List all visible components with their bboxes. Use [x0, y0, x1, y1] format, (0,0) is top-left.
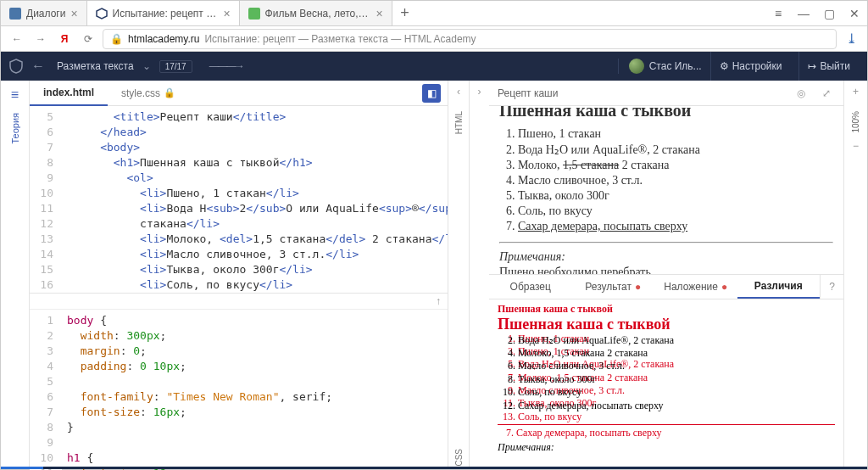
- editor-tabs: index.html style.css🔒 ◧: [30, 81, 448, 106]
- tab-label: Испытание: рецепт — Разме: [113, 8, 219, 20]
- notes-header: Примечания:: [499, 250, 833, 264]
- tab-index-html[interactable]: index.html: [30, 81, 108, 106]
- avatar: [629, 59, 644, 74]
- minimize-button[interactable]: —: [791, 1, 816, 25]
- list-item: Масло сливочное, 3 ст.л.: [518, 174, 833, 187]
- url-host: htmlacademy.ru: [128, 33, 199, 45]
- collapse-icon[interactable]: ↑: [436, 295, 441, 307]
- expand-icon[interactable]: ⤢: [818, 87, 835, 99]
- browser-tab[interactable]: Фильм Весна, лето, осень, зи ×: [240, 1, 392, 25]
- new-tab-button[interactable]: +: [392, 1, 418, 25]
- logout-icon: ↦: [808, 60, 816, 72]
- shield-icon: [9, 59, 23, 74]
- svg-rect-2: [248, 8, 260, 20]
- result-tabs: Образец Результат● Наложение● Различия ?: [489, 274, 843, 299]
- arrow-right-icon[interactable]: ›: [478, 86, 481, 98]
- list-item: Пшено, 1 стакан: [518, 127, 833, 141]
- minus-icon[interactable]: −: [853, 140, 859, 152]
- username: Стас Иль...: [649, 60, 702, 72]
- gear-icon: ⚙: [720, 60, 729, 72]
- recipe-list: Пшено, 1 стаканВода H₂O или AquaLife®, 2…: [499, 127, 833, 233]
- preview-title-field[interactable]: [498, 84, 784, 103]
- close-icon[interactable]: ×: [223, 7, 230, 20]
- help-button[interactable]: ?: [820, 275, 843, 299]
- list-item: Сахар демерара, посыпать сверху: [518, 220, 833, 233]
- tab-style-css[interactable]: style.css🔒: [108, 81, 189, 106]
- nav-prev-icon[interactable]: ←: [31, 59, 45, 74]
- right-rail: + 100% −: [843, 81, 867, 467]
- htmlacademy-icon: [96, 8, 108, 20]
- preview-rail: ›: [469, 81, 489, 467]
- browser-tab[interactable]: Испытание: рецепт — Разме ×: [87, 1, 240, 25]
- list-item: Соль, по вкусу: [518, 204, 833, 218]
- app-toolbar: ← Разметка текста ⌄ 17/17 ———→ Стас Иль.…: [1, 52, 867, 81]
- lock-icon: 🔒: [164, 87, 175, 98]
- menu-icon[interactable]: ≡: [11, 87, 19, 103]
- target-icon[interactable]: ◎: [793, 87, 810, 99]
- progress-badge: 17/17: [159, 60, 192, 73]
- close-icon[interactable]: ×: [70, 7, 77, 20]
- svg-rect-0: [9, 8, 21, 20]
- nav-forward-button[interactable]: →: [31, 30, 50, 48]
- preview-header: ◎ ⤢: [489, 81, 843, 106]
- list-item: Молоко, 1,5 стакана 2 стакана: [518, 159, 833, 172]
- course-title[interactable]: Разметка текста: [57, 60, 134, 72]
- close-icon[interactable]: ×: [376, 7, 382, 20]
- preview-pane: Пшенная каша с тыквой Пшено, 1 стаканВод…: [489, 106, 843, 274]
- browser-tabbar: Диалоги × Испытание: рецепт — Разме × Фи…: [1, 1, 867, 26]
- yandex-button[interactable]: Я: [55, 30, 74, 48]
- css-editor[interactable]: 12345678910111213 body { width: 300px; m…: [30, 310, 448, 470]
- window-close-button[interactable]: ✕: [842, 1, 867, 25]
- layout-toggle-button[interactable]: ◧: [422, 84, 441, 103]
- maximize-button[interactable]: ▢: [816, 1, 842, 25]
- url-rest: Испытание: рецепт — Разметка текста — HT…: [204, 33, 476, 45]
- nav-back-button[interactable]: ←: [8, 30, 26, 48]
- list-item: Вода H₂O или AquaLife®, 2 стакана: [518, 143, 833, 157]
- tab-label: Диалоги: [26, 8, 65, 20]
- tab-overlay[interactable]: Наложение●: [654, 275, 737, 299]
- kinopoisk-icon: [248, 8, 260, 20]
- gutter: 12345678910111213: [30, 310, 62, 470]
- os-taskbar: [1, 467, 867, 469]
- tab-sample[interactable]: Образец: [489, 275, 572, 299]
- tab-diff[interactable]: Различия: [737, 275, 821, 299]
- tab-label: Фильм Весна, лето, осень, зи: [265, 8, 371, 20]
- arrow-left-icon[interactable]: ‹: [457, 86, 460, 98]
- plus-icon[interactable]: +: [853, 86, 859, 98]
- address-bar: ← → Я ⟳ 🔒 htmlacademy.ru Испытание: реце…: [1, 26, 867, 52]
- code-body[interactable]: <title>Рецепт каши</title> </head> <body…: [62, 106, 448, 293]
- browser-tab[interactable]: Диалоги ×: [1, 1, 87, 25]
- nav-next-icon[interactable]: ———→: [209, 60, 243, 72]
- user-menu[interactable]: Стас Иль...: [618, 59, 702, 74]
- list-item: Тыква, около 300г: [518, 189, 833, 203]
- zoom-level: 100%: [851, 111, 860, 133]
- left-rail: ≡ Теория: [1, 81, 30, 467]
- exit-button[interactable]: ↦ Выйти: [798, 52, 859, 81]
- code-body[interactable]: body { width: 300px; margin: 0; padding:…: [62, 310, 448, 470]
- preview-h1: Пшенная каша с тыквой: [499, 106, 833, 120]
- gutter: 56789101112131415161718: [30, 106, 62, 293]
- vk-icon: [9, 8, 21, 20]
- html-editor[interactable]: 56789101112131415161718 <title>Рецепт ка…: [30, 106, 448, 293]
- editor-rail: ‹ HTML CSS: [448, 81, 469, 467]
- url-field[interactable]: 🔒 htmlacademy.ru Испытание: рецепт — Раз…: [103, 29, 837, 49]
- reload-button[interactable]: ⟳: [79, 30, 97, 48]
- svg-marker-1: [97, 8, 107, 19]
- theory-tab[interactable]: Теория: [10, 113, 20, 144]
- more-icon[interactable]: ≡: [765, 1, 791, 25]
- diff-pane: Пшенная каша с тыквой Пшенная каша с тык…: [489, 299, 843, 467]
- tab-result[interactable]: Результат●: [572, 275, 655, 299]
- settings-button[interactable]: ⚙ Настройки: [710, 52, 791, 81]
- download-icon[interactable]: ⤓: [842, 30, 860, 48]
- lock-icon: 🔒: [110, 33, 123, 45]
- chevron-down-icon[interactable]: ⌄: [142, 60, 151, 72]
